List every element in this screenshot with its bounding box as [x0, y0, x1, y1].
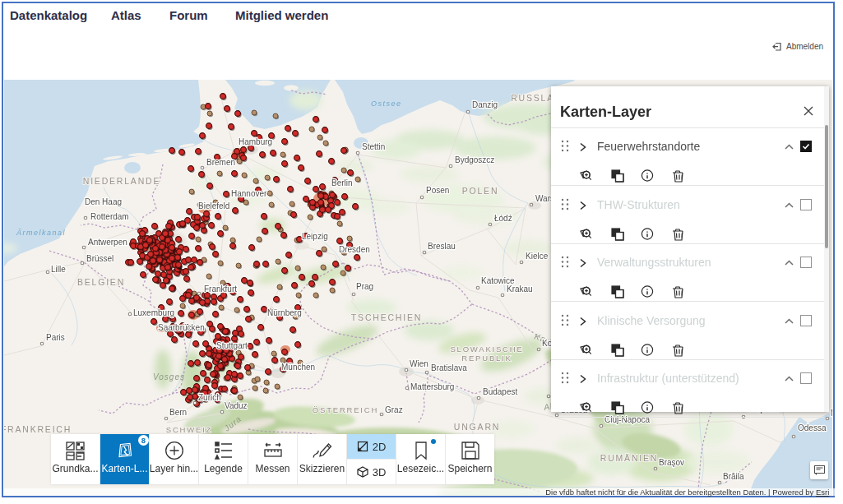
- svg-text:Bydgoszcz: Bydgoszcz: [455, 155, 494, 164]
- svg-text:Dresden: Dresden: [339, 245, 370, 254]
- svg-text:Mykolajiw: Mykolajiw: [831, 409, 832, 418]
- svg-text:Graz: Graz: [385, 405, 403, 414]
- svg-text:Den Haag: Den Haag: [85, 197, 122, 206]
- svg-text:München: München: [281, 363, 315, 372]
- svg-text:BELGIEN: BELGIEN: [77, 277, 125, 287]
- svg-text:Nürnberg: Nürnberg: [267, 308, 302, 317]
- svg-text:Danzig: Danzig: [472, 100, 498, 109]
- svg-text:Breslau: Breslau: [428, 242, 456, 251]
- svg-text:Zurich: Zurich: [198, 393, 221, 402]
- svg-text:Bratislava: Bratislava: [431, 363, 467, 372]
- svg-text:Leipzig: Leipzig: [302, 232, 328, 241]
- svg-text:Rotterdam: Rotterdam: [90, 212, 129, 221]
- svg-text:Prag: Prag: [356, 282, 373, 291]
- svg-text:SLOWAKISCHE: SLOWAKISCHE: [450, 344, 523, 354]
- svg-text:Vaduz: Vaduz: [225, 401, 248, 410]
- svg-text:Ostsee: Ostsee: [371, 99, 402, 108]
- svg-text:Krakau: Krakau: [507, 284, 533, 294]
- svg-text:Łódź: Łódź: [494, 214, 512, 223]
- svg-text:REPUBLIK: REPUBLIK: [461, 354, 512, 363]
- svg-text:Brăila: Brăila: [723, 472, 744, 481]
- svg-text:Bielefeld: Bielefeld: [198, 201, 229, 210]
- svg-text:Hannover: Hannover: [231, 189, 267, 198]
- svg-text:NIEDERLANDE: NIEDERLANDE: [83, 176, 160, 186]
- svg-text:Odessa: Odessa: [798, 423, 827, 432]
- svg-text:Hamburg: Hamburg: [239, 137, 272, 146]
- svg-text:ÖSTERREICH: ÖSTERREICH: [313, 405, 378, 414]
- svg-text:Brüssel: Brüssel: [86, 254, 113, 263]
- svg-text:SCHWEIZ: SCHWEIZ: [166, 425, 212, 434]
- svg-text:POLEN: POLEN: [462, 186, 499, 196]
- svg-text:Paris: Paris: [46, 333, 65, 342]
- svg-text:Lille: Lille: [51, 265, 66, 274]
- svg-text:Bern: Bern: [169, 408, 187, 417]
- svg-text:TSCHECHIEN: TSCHECHIEN: [351, 312, 422, 322]
- svg-text:Kielce: Kielce: [526, 252, 549, 261]
- svg-text:Vosges: Vosges: [153, 372, 185, 381]
- svg-text:Braşov: Braşov: [659, 458, 684, 467]
- svg-text:Berlin: Berlin: [331, 178, 353, 187]
- svg-text:FRANKREICH: FRANKREICH: [4, 424, 72, 434]
- svg-text:Mattersburg: Mattersburg: [410, 382, 454, 391]
- svg-text:Luxemburg: Luxemburg: [133, 308, 174, 317]
- svg-text:Stuttgart: Stuttgart: [216, 341, 248, 350]
- svg-text:Ärmelkanal: Ärmelkanal: [16, 229, 66, 237]
- svg-text:Stettin: Stettin: [362, 142, 385, 151]
- svg-text:Budapest: Budapest: [483, 387, 517, 396]
- svg-text:Saarbrücken: Saarbrücken: [158, 323, 205, 332]
- svg-text:Bremen: Bremen: [206, 158, 235, 167]
- svg-text:Antwerpen: Antwerpen: [88, 238, 127, 247]
- svg-text:RUMÄNIEN: RUMÄNIEN: [600, 453, 658, 463]
- svg-text:Frankfurt: Frankfurt: [204, 284, 237, 294]
- svg-text:Posen: Posen: [426, 186, 449, 195]
- svg-text:Wien: Wien: [410, 359, 428, 368]
- svg-text:UNGARN: UNGARN: [454, 422, 500, 432]
